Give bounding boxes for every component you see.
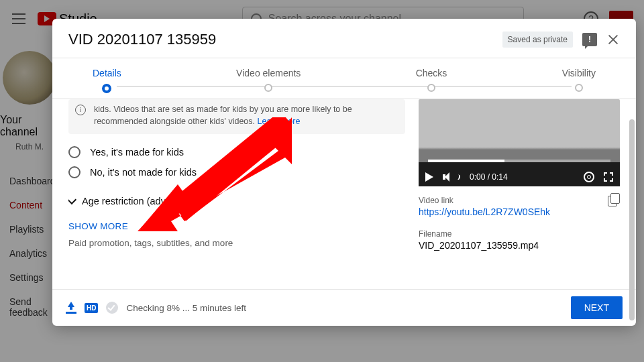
copy-icon[interactable] xyxy=(608,196,620,208)
step-visibility[interactable]: Visibility xyxy=(562,68,596,93)
age-restriction-accordion[interactable]: Age restriction (advanced) xyxy=(68,196,405,206)
sidebar-item-dashboard[interactable]: Dashboard xyxy=(0,169,59,193)
preview-column: 0:00 / 0:14 Video link https://youtu.be/… xyxy=(419,99,620,289)
filename-value: VID_20201107_135959.mp4 xyxy=(419,240,539,251)
step-dot-icon xyxy=(575,84,583,92)
step-label: Video elements xyxy=(236,68,301,78)
hamburger-icon[interactable] xyxy=(11,11,27,27)
radio-icon xyxy=(68,146,80,158)
step-dot-icon xyxy=(102,84,111,93)
check-icon xyxy=(106,302,118,314)
video-link-row: Video link https://youtu.be/L2R7ZW0SEhk xyxy=(419,196,620,217)
sidebar-item-settings[interactable]: Settings xyxy=(0,265,59,290)
dialog-header: VID 20201107 135959 Saved as private ! xyxy=(52,19,636,58)
kids-info-box: i kids. Videos that are set as made for … xyxy=(68,99,405,134)
accordion-label: Age restriction (advanced) xyxy=(82,196,195,206)
channel-title: Your channel xyxy=(0,114,59,138)
sidebar-item-feedback[interactable]: Send feedback xyxy=(0,290,59,324)
upload-dialog: VID 20201107 135959 Saved as private ! D… xyxy=(52,19,636,326)
sidebar-item-analytics[interactable]: Analytics xyxy=(0,241,59,265)
radio-label: Yes, it's made for kids xyxy=(90,147,184,158)
feedback-icon[interactable]: ! xyxy=(582,33,597,46)
fullscreen-icon[interactable] xyxy=(604,172,613,182)
video-player[interactable]: 0:00 / 0:14 xyxy=(419,99,620,186)
upload-status: Checking 8% ... 5 minutes left xyxy=(126,303,246,313)
video-link-label: Video link xyxy=(419,196,550,205)
radio-label: No, it's not made for kids xyxy=(90,167,197,178)
filename-label: Filename xyxy=(419,229,539,239)
player-controls: 0:00 / 0:14 xyxy=(425,172,613,182)
dialog-footer: HD Checking 8% ... 5 minutes left NEXT xyxy=(52,289,636,326)
radio-icon xyxy=(68,166,80,178)
step-details[interactable]: Details xyxy=(93,68,121,93)
step-checks[interactable]: Checks xyxy=(416,68,447,93)
step-dot-icon xyxy=(427,84,435,92)
player-time: 0:00 / 0:14 xyxy=(470,172,508,182)
filename-row: Filename VID_20201107_135959.mp4 xyxy=(419,229,620,251)
upload-icon xyxy=(66,302,76,314)
info-icon: i xyxy=(75,105,86,115)
avatar[interactable] xyxy=(3,51,56,105)
next-button[interactable]: NEXT xyxy=(571,296,623,319)
hd-badge: HD xyxy=(85,303,98,313)
stepper: Details Video elements Checks Visibility xyxy=(52,58,636,99)
sidebar: Your channel Ruth M. Dashboard Content P… xyxy=(0,38,59,324)
gear-icon[interactable] xyxy=(584,172,594,182)
sidebar-item-playlists[interactable]: Playlists xyxy=(0,217,59,241)
details-column: i kids. Videos that are set as made for … xyxy=(68,99,419,289)
save-status-badge: Saved as private xyxy=(502,32,573,48)
stepper-track xyxy=(117,86,572,87)
step-dot-icon xyxy=(264,84,272,92)
info-text: kids. Videos that are set as made for ki… xyxy=(94,105,352,126)
volume-arc-icon xyxy=(454,174,460,180)
step-label: Details xyxy=(93,68,121,78)
show-more-button[interactable]: SHOW MORE xyxy=(68,221,405,231)
sidebar-item-content[interactable]: Content xyxy=(0,193,59,217)
channel-sub: Ruth M. xyxy=(15,142,44,152)
learn-more-link[interactable]: Learn more xyxy=(258,117,301,126)
step-label: Visibility xyxy=(562,68,596,78)
close-icon[interactable] xyxy=(606,33,620,46)
step-label: Checks xyxy=(416,68,447,78)
step-video-elements[interactable]: Video elements xyxy=(236,68,301,93)
player-progress[interactable] xyxy=(428,160,610,162)
radio-no-kids[interactable]: No, it's not made for kids xyxy=(68,166,405,178)
chevron-down-icon xyxy=(68,195,76,204)
radio-yes-kids[interactable]: Yes, it's made for kids xyxy=(68,146,405,158)
dialog-body: i kids. Videos that are set as made for … xyxy=(52,99,636,289)
volume-icon[interactable] xyxy=(443,172,452,182)
show-more-subtitle: Paid promotion, tags, subtitles, and mor… xyxy=(68,238,405,248)
video-link-value[interactable]: https://youtu.be/L2R7ZW0SEhk xyxy=(419,206,550,217)
dialog-title: VID 20201107 135959 xyxy=(68,31,216,48)
play-icon[interactable] xyxy=(425,172,433,182)
scrollbar[interactable] xyxy=(629,119,635,320)
